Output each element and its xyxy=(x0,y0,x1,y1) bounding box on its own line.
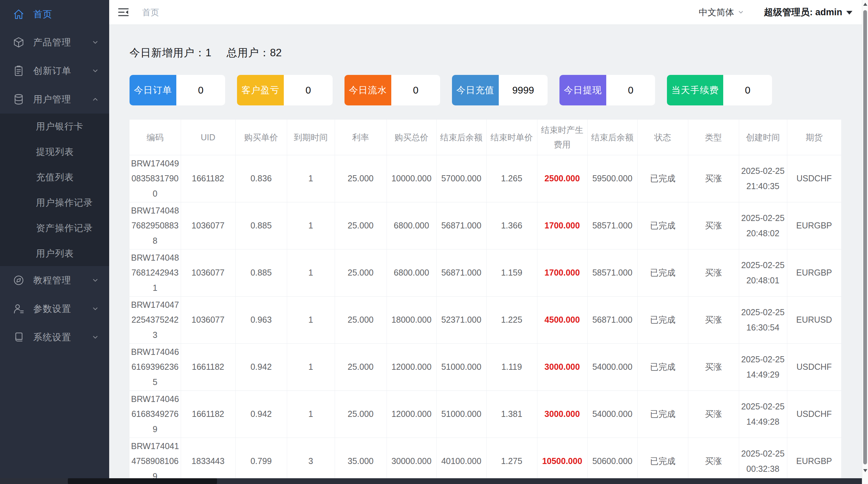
user-settings-icon xyxy=(13,303,24,315)
sidebar-submenu: 用户银行卡提现列表充值列表用户操作记录资产操作记录用户列表 xyxy=(0,114,109,266)
table-row: BRW1740466168349276916611820.942125.0001… xyxy=(130,390,841,438)
vertical-scrollbar[interactable] xyxy=(862,0,868,484)
column-header: 期货 xyxy=(787,120,841,155)
table-cell: 1661182 xyxy=(181,343,235,390)
chevron-down-icon xyxy=(92,67,99,75)
table-cell: 1661182 xyxy=(181,155,235,202)
table-cell: 1833443 xyxy=(181,438,235,484)
sidebar-item-5[interactable]: 参数设置 xyxy=(0,295,109,323)
table-cell: 买涨 xyxy=(688,343,739,390)
table-cell: 56871.000 xyxy=(436,249,486,296)
user-label: 超级管理员: admin xyxy=(764,6,842,18)
language-label: 中文简体 xyxy=(699,6,734,18)
chevron-up-icon xyxy=(92,96,99,103)
book-icon xyxy=(13,331,24,343)
table-cell: 40100.000 xyxy=(436,438,486,484)
caret-down-icon xyxy=(846,11,852,15)
box-icon xyxy=(13,37,24,48)
column-header: 创建时间 xyxy=(739,120,787,155)
table-cell: 3000.000 xyxy=(537,343,587,390)
collapse-menu-icon[interactable] xyxy=(118,7,129,17)
sidebar-item-label: 创新订单 xyxy=(33,65,92,77)
table-cell: BRW17404147589081069 xyxy=(130,438,181,484)
content: 今日新增用户：1总用户：82 今日订单0客户盈亏0今日流水0今日充值9999今日… xyxy=(109,25,868,484)
sidebar-item-label: 用户管理 xyxy=(33,93,92,105)
table-cell: BRW17404722543752423 xyxy=(130,296,181,343)
table-cell: 56871.000 xyxy=(436,202,486,249)
column-header: 到期时间 xyxy=(287,120,335,155)
table-cell: BRW17404661683492769 xyxy=(130,390,181,438)
table-cell: 58571.000 xyxy=(587,202,637,249)
sidebar-item-4[interactable]: 教程管理 xyxy=(0,266,109,295)
total-users-label: 总用户： xyxy=(226,47,270,59)
sidebar-menu: 首页产品管理创新订单用户管理用户银行卡提现列表充值列表用户操作记录资产操作记录用… xyxy=(0,0,109,351)
stat-card-5: 当天手续费0 xyxy=(667,75,772,105)
language-selector[interactable]: 中文简体 xyxy=(699,6,744,18)
table-cell: 25.000 xyxy=(335,390,387,438)
table-cell: 1 xyxy=(287,249,335,296)
sidebar-subitem[interactable]: 用户列表 xyxy=(0,241,109,266)
database-icon xyxy=(13,94,24,105)
table-cell: 1700.000 xyxy=(537,202,587,249)
user-menu[interactable]: 超级管理员: admin xyxy=(764,6,852,18)
table-cell: 3 xyxy=(287,438,335,484)
table-cell: 1 xyxy=(287,343,335,390)
column-header: 编码 xyxy=(130,120,181,155)
sidebar-subitem[interactable]: 用户操作记录 xyxy=(0,190,109,215)
table-cell: USDCHF xyxy=(787,343,841,390)
breadcrumb[interactable]: 首页 xyxy=(142,7,159,18)
table-cell: 已完成 xyxy=(637,202,688,249)
sidebar-item-6[interactable]: 系统设置 xyxy=(0,323,109,351)
table-body: BRW1740490835831790016611820.836125.0001… xyxy=(130,155,841,484)
scroll-up-arrow-icon[interactable] xyxy=(863,3,867,6)
table-cell: 6800.000 xyxy=(387,202,436,249)
column-header: 购买总价 xyxy=(387,120,436,155)
chevron-down-icon xyxy=(92,277,99,284)
column-header: 购买单价 xyxy=(235,120,287,155)
total-users-value: 82 xyxy=(270,47,281,59)
table-cell: 2025-02-2514:49:29 xyxy=(739,343,787,390)
table-cell: 25.000 xyxy=(335,343,387,390)
table-cell: 已完成 xyxy=(637,438,688,484)
table-cell: 35.000 xyxy=(335,438,387,484)
table-cell: 0.799 xyxy=(235,438,287,484)
sidebar-item-0[interactable]: 首页 xyxy=(0,0,109,28)
sidebar-item-1[interactable]: 产品管理 xyxy=(0,28,109,57)
table-cell: 1036077 xyxy=(181,249,235,296)
table-cell: 18000.000 xyxy=(387,296,436,343)
sidebar-subitem[interactable]: 用户银行卡 xyxy=(0,114,109,139)
sidebar-subitem[interactable]: 充值列表 xyxy=(0,164,109,190)
table-cell: 0.963 xyxy=(235,296,287,343)
table-cell: 0.885 xyxy=(235,202,287,249)
horizontal-scrollbar[interactable] xyxy=(0,478,862,484)
table-cell: 0.836 xyxy=(235,155,287,202)
table-row: BRW1740487682950883810360770.885125.0006… xyxy=(130,202,841,249)
table-cell: 1.225 xyxy=(486,296,537,343)
table-cell: 买涨 xyxy=(688,438,739,484)
stat-card-label: 客户盈亏 xyxy=(237,75,284,105)
home-icon xyxy=(13,8,24,20)
table-cell: 1700.000 xyxy=(537,249,587,296)
compass-icon xyxy=(13,275,24,286)
stat-card-label: 今日订单 xyxy=(130,75,176,105)
table-cell: 买涨 xyxy=(688,390,739,438)
table-cell: 25.000 xyxy=(335,155,387,202)
column-header: 结束后余额 xyxy=(587,120,637,155)
table-cell: EURGBP xyxy=(787,249,841,296)
table-cell: 12000.000 xyxy=(387,390,436,438)
table-cell: 1 xyxy=(287,390,335,438)
table-cell: 51000.000 xyxy=(436,390,486,438)
sidebar-subitem[interactable]: 资产操作记录 xyxy=(0,215,109,241)
scroll-down-arrow-icon[interactable] xyxy=(863,469,867,472)
stat-card-4: 今日提现0 xyxy=(559,75,655,105)
vertical-scrollbar-thumb[interactable] xyxy=(863,10,867,464)
table-cell: USDCHF xyxy=(787,390,841,438)
stat-card-value: 0 xyxy=(606,75,655,105)
horizontal-scrollbar-thumb[interactable] xyxy=(68,478,217,484)
table-cell: 4500.000 xyxy=(537,296,587,343)
table-cell: BRW17404908358317900 xyxy=(130,155,181,202)
sidebar-item-2[interactable]: 创新订单 xyxy=(0,57,109,85)
sidebar-subitem[interactable]: 提现列表 xyxy=(0,139,109,164)
orders-table-wrap: 编码UID购买单价到期时间利率购买总价结束后余额结束时单价结束时产生费用结束后余… xyxy=(130,120,841,484)
sidebar-item-3[interactable]: 用户管理 xyxy=(0,85,109,114)
